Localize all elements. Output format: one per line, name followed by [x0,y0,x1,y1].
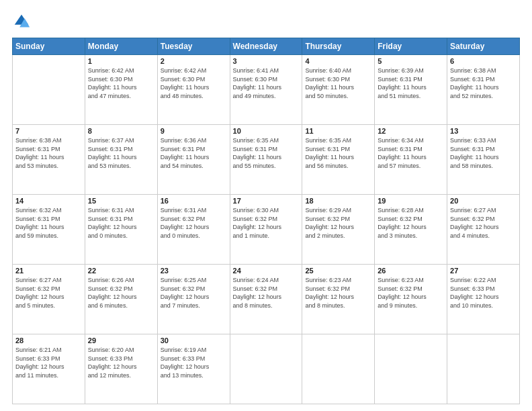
header [12,12,520,31]
col-monday: Monday [85,38,157,55]
day-info: Sunrise: 6:34 AMSunset: 6:31 PMDaylight:… [378,136,444,170]
calendar-cell: 14Sunrise: 6:32 AMSunset: 6:31 PMDayligh… [13,195,85,265]
day-info: Sunrise: 6:26 AMSunset: 6:32 PMDaylight:… [88,276,154,310]
day-info: Sunrise: 6:35 AMSunset: 6:31 PMDaylight:… [233,136,300,170]
calendar-cell: 19Sunrise: 6:28 AMSunset: 6:32 PMDayligh… [375,195,447,265]
day-info: Sunrise: 6:21 AMSunset: 6:33 PMDaylight:… [15,346,82,379]
calendar-table: Sunday Monday Tuesday Wednesday Thursday… [12,38,520,404]
day-number: 18 [305,197,371,205]
day-number: 27 [450,267,517,275]
calendar-cell: 13Sunrise: 6:33 AMSunset: 6:31 PMDayligh… [447,125,520,195]
day-info: Sunrise: 6:19 AMSunset: 6:33 PMDaylight:… [161,346,227,379]
day-number: 13 [450,127,517,135]
calendar-cell: 24Sunrise: 6:24 AMSunset: 6:32 PMDayligh… [230,265,302,334]
calendar-cell: 23Sunrise: 6:25 AMSunset: 6:32 PMDayligh… [157,265,230,334]
week-row-3: 21Sunrise: 6:27 AMSunset: 6:32 PMDayligh… [13,265,520,334]
day-number: 14 [15,197,82,205]
calendar-header-row: Sunday Monday Tuesday Wednesday Thursday… [13,38,520,55]
day-info: Sunrise: 6:35 AMSunset: 6:31 PMDaylight:… [305,136,371,170]
day-number: 23 [161,267,227,275]
day-number: 25 [305,267,371,275]
calendar-cell: 9Sunrise: 6:36 AMSunset: 6:31 PMDaylight… [157,125,230,195]
day-number: 15 [88,197,154,205]
day-info: Sunrise: 6:38 AMSunset: 6:31 PMDaylight:… [15,136,82,170]
week-row-1: 7Sunrise: 6:38 AMSunset: 6:31 PMDaylight… [13,125,520,195]
day-number: 22 [88,267,154,275]
day-info: Sunrise: 6:23 AMSunset: 6:32 PMDaylight:… [305,276,371,310]
day-number: 4 [305,57,371,65]
day-info: Sunrise: 6:32 AMSunset: 6:31 PMDaylight:… [15,206,82,240]
day-number: 5 [378,57,444,65]
day-info: Sunrise: 6:30 AMSunset: 6:32 PMDaylight:… [233,206,300,240]
day-number: 20 [450,197,517,205]
calendar-cell: 20Sunrise: 6:27 AMSunset: 6:32 PMDayligh… [447,195,520,265]
calendar-cell [302,334,375,404]
day-number: 9 [161,127,227,135]
calendar-cell: 7Sunrise: 6:38 AMSunset: 6:31 PMDaylight… [13,125,85,195]
week-row-4: 28Sunrise: 6:21 AMSunset: 6:33 PMDayligh… [13,334,520,404]
day-info: Sunrise: 6:27 AMSunset: 6:32 PMDaylight:… [15,276,82,310]
calendar-cell: 16Sunrise: 6:31 AMSunset: 6:32 PMDayligh… [157,195,230,265]
day-info: Sunrise: 6:28 AMSunset: 6:32 PMDaylight:… [378,206,444,240]
calendar-cell: 17Sunrise: 6:30 AMSunset: 6:32 PMDayligh… [230,195,302,265]
day-info: Sunrise: 6:31 AMSunset: 6:31 PMDaylight:… [88,206,154,240]
calendar-cell: 3Sunrise: 6:41 AMSunset: 6:30 PMDaylight… [230,55,302,125]
day-number: 29 [88,336,154,345]
calendar-cell: 8Sunrise: 6:37 AMSunset: 6:31 PMDaylight… [85,125,157,195]
day-info: Sunrise: 6:22 AMSunset: 6:33 PMDaylight:… [450,276,517,310]
day-number: 11 [305,127,371,135]
calendar-cell [447,334,520,404]
col-thursday: Thursday [302,38,375,55]
day-number: 16 [161,197,227,205]
day-info: Sunrise: 6:36 AMSunset: 6:31 PMDaylight:… [161,136,227,170]
day-number: 10 [233,127,300,135]
logo [12,12,34,31]
calendar-cell: 10Sunrise: 6:35 AMSunset: 6:31 PMDayligh… [230,125,302,195]
day-info: Sunrise: 6:25 AMSunset: 6:32 PMDaylight:… [161,276,227,310]
page: Sunday Monday Tuesday Wednesday Thursday… [0,0,532,411]
day-number: 2 [161,57,227,65]
col-wednesday: Wednesday [230,38,302,55]
col-friday: Friday [375,38,447,55]
day-number: 21 [15,267,82,275]
day-number: 12 [378,127,444,135]
day-info: Sunrise: 6:42 AMSunset: 6:30 PMDaylight:… [161,66,227,100]
day-number: 19 [378,197,444,205]
day-number: 24 [233,267,300,275]
day-info: Sunrise: 6:27 AMSunset: 6:32 PMDaylight:… [450,206,517,240]
calendar-cell: 6Sunrise: 6:38 AMSunset: 6:31 PMDaylight… [447,55,520,125]
col-tuesday: Tuesday [157,38,230,55]
col-saturday: Saturday [447,38,520,55]
calendar-cell: 28Sunrise: 6:21 AMSunset: 6:33 PMDayligh… [13,334,85,404]
calendar-cell: 27Sunrise: 6:22 AMSunset: 6:33 PMDayligh… [447,265,520,334]
calendar-cell: 12Sunrise: 6:34 AMSunset: 6:31 PMDayligh… [375,125,447,195]
calendar-cell: 5Sunrise: 6:39 AMSunset: 6:31 PMDaylight… [375,55,447,125]
day-number: 17 [233,197,300,205]
col-sunday: Sunday [13,38,85,55]
calendar-cell: 26Sunrise: 6:23 AMSunset: 6:32 PMDayligh… [375,265,447,334]
day-info: Sunrise: 6:24 AMSunset: 6:32 PMDaylight:… [233,276,300,310]
week-row-0: 1Sunrise: 6:42 AMSunset: 6:30 PMDaylight… [13,55,520,125]
day-info: Sunrise: 6:42 AMSunset: 6:30 PMDaylight:… [88,66,154,100]
day-info: Sunrise: 6:20 AMSunset: 6:33 PMDaylight:… [88,346,154,379]
day-info: Sunrise: 6:37 AMSunset: 6:31 PMDaylight:… [88,136,154,170]
calendar-cell: 30Sunrise: 6:19 AMSunset: 6:33 PMDayligh… [157,334,230,404]
day-info: Sunrise: 6:40 AMSunset: 6:30 PMDaylight:… [305,66,371,100]
logo-icon [12,12,31,31]
day-number: 7 [15,127,82,135]
calendar-cell [375,334,447,404]
day-info: Sunrise: 6:41 AMSunset: 6:30 PMDaylight:… [233,66,300,100]
calendar-cell: 15Sunrise: 6:31 AMSunset: 6:31 PMDayligh… [85,195,157,265]
day-info: Sunrise: 6:31 AMSunset: 6:32 PMDaylight:… [161,206,227,240]
calendar-cell: 2Sunrise: 6:42 AMSunset: 6:30 PMDaylight… [157,55,230,125]
calendar-cell [230,334,302,404]
day-info: Sunrise: 6:29 AMSunset: 6:32 PMDaylight:… [305,206,371,240]
week-row-2: 14Sunrise: 6:32 AMSunset: 6:31 PMDayligh… [13,195,520,265]
day-info: Sunrise: 6:39 AMSunset: 6:31 PMDaylight:… [378,66,444,100]
calendar-cell: 21Sunrise: 6:27 AMSunset: 6:32 PMDayligh… [13,265,85,334]
day-number: 1 [88,57,154,65]
day-info: Sunrise: 6:23 AMSunset: 6:32 PMDaylight:… [378,276,444,310]
calendar-cell [13,55,85,125]
day-number: 28 [15,336,82,345]
calendar-cell: 1Sunrise: 6:42 AMSunset: 6:30 PMDaylight… [85,55,157,125]
